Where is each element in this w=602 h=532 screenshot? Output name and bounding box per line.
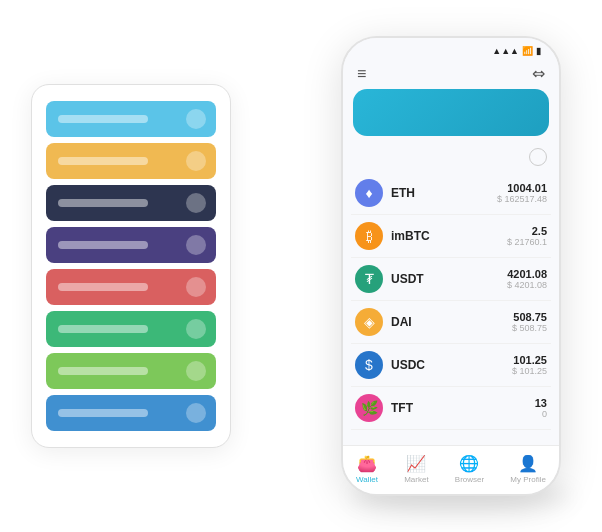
coin-logo-usdc: $ [355,351,383,379]
nav-item-market[interactable]: 📈Market [404,454,428,484]
coin-amounts-usdc: 101.25$ 101.25 [512,354,547,376]
eth-card-balance [365,105,537,126]
menu-icon[interactable]: ≡ [357,65,366,83]
coin-usd-value: $ 162517.48 [497,194,547,204]
coin-usd-value: $ 508.75 [512,323,547,333]
nav-label-my-profile: My Profile [510,475,546,484]
coin-amount-value: 101.25 [512,354,547,366]
coin-name-dai: DAI [391,315,512,329]
nav-item-wallet[interactable]: 👛Wallet [356,454,378,484]
coin-amounts-tft: 130 [535,397,547,419]
coin-amounts-imbtc: 2.5$ 21760.1 [507,225,547,247]
card-stack [31,84,231,448]
coin-amounts-dai: 508.75$ 508.75 [512,311,547,333]
eth-card[interactable] [353,89,549,136]
coin-amounts-eth: 1004.01$ 162517.48 [497,182,547,204]
coin-usd-value: $ 101.25 [512,366,547,376]
coin-name-usdc: USDC [391,358,512,372]
coin-usd-value: $ 4201.08 [507,280,547,290]
stack-card-3[interactable] [46,227,216,263]
coin-name-eth: ETH [391,186,497,200]
stack-card-1[interactable] [46,143,216,179]
stack-card-5[interactable] [46,311,216,347]
coin-name-usdt: USDT [391,272,507,286]
coin-amount-value: 4201.08 [507,268,547,280]
coin-amount-value: 13 [535,397,547,409]
coin-amount-value: 508.75 [512,311,547,323]
bottom-nav: 👛Wallet📈Market🌐Browser👤My Profile [343,445,559,494]
coin-usd-value: 0 [535,409,547,419]
nav-item-browser[interactable]: 🌐Browser [455,454,484,484]
coin-name-imbtc: imBTC [391,229,507,243]
coin-amounts-usdt: 4201.08$ 4201.08 [507,268,547,290]
stack-card-2[interactable] [46,185,216,221]
nav-icon-market: 📈 [406,454,426,473]
scene: ▲▲▲ 📶 ▮ ≡ ⇔ [11,11,591,521]
nav-icon-my-profile: 👤 [518,454,538,473]
coin-row-imbtc[interactable]: ₿imBTC2.5$ 21760.1 [351,215,551,258]
coin-logo-imbtc: ₿ [355,222,383,250]
coin-row-tft[interactable]: 🌿TFT130 [351,387,551,430]
wifi-icon: 📶 [522,46,533,56]
stack-card-7[interactable] [46,395,216,431]
coin-logo-eth: ♦ [355,179,383,207]
nav-label-wallet: Wallet [356,475,378,484]
status-icons: ▲▲▲ 📶 ▮ [492,46,541,56]
coin-name-tft: TFT [391,401,535,415]
phone-header: ≡ ⇔ [343,60,559,89]
coin-list: ♦ETH1004.01$ 162517.48₿imBTC2.5$ 21760.1… [343,172,559,445]
nav-item-my-profile[interactable]: 👤My Profile [510,454,546,484]
stack-card-6[interactable] [46,353,216,389]
signal-icon: ▲▲▲ [492,46,519,56]
stack-card-4[interactable] [46,269,216,305]
nav-icon-browser: 🌐 [459,454,479,473]
add-asset-button[interactable] [529,148,547,166]
nav-icon-wallet: 👛 [357,454,377,473]
coin-row-eth[interactable]: ♦ETH1004.01$ 162517.48 [351,172,551,215]
coin-row-usdc[interactable]: $USDC101.25$ 101.25 [351,344,551,387]
coin-logo-usdt: ₮ [355,265,383,293]
phone-mockup: ▲▲▲ 📶 ▮ ≡ ⇔ [341,36,561,496]
coin-logo-dai: ◈ [355,308,383,336]
nav-label-browser: Browser [455,475,484,484]
coin-row-usdt[interactable]: ₮USDT4201.08$ 4201.08 [351,258,551,301]
coin-usd-value: $ 21760.1 [507,237,547,247]
battery-icon: ▮ [536,46,541,56]
assets-header [343,144,559,172]
stack-card-0[interactable] [46,101,216,137]
status-bar: ▲▲▲ 📶 ▮ [343,38,559,60]
coin-amount-value: 2.5 [507,225,547,237]
coin-logo-tft: 🌿 [355,394,383,422]
coin-amount-value: 1004.01 [497,182,547,194]
expand-icon[interactable]: ⇔ [532,64,545,83]
nav-label-market: Market [404,475,428,484]
coin-row-dai[interactable]: ◈DAI508.75$ 508.75 [351,301,551,344]
